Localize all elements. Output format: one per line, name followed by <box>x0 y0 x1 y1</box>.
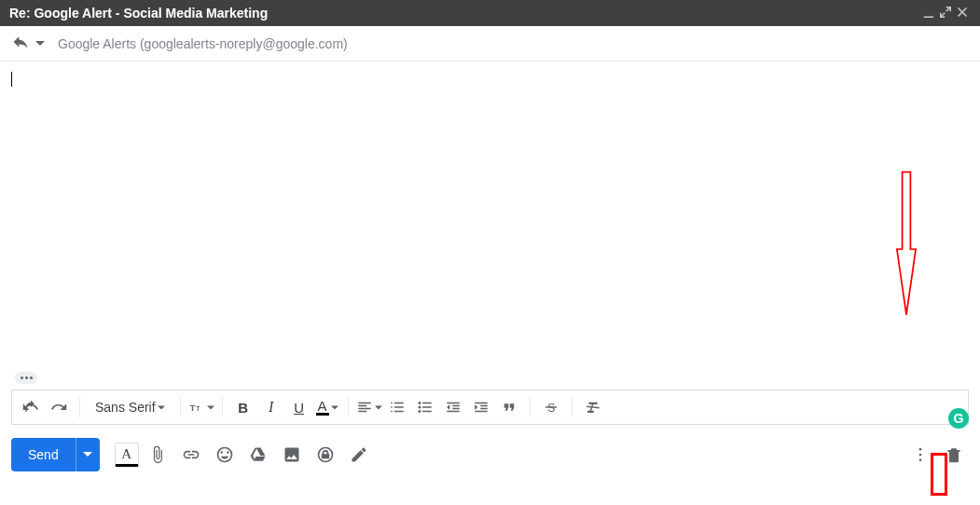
more-options-button[interactable] <box>905 440 935 470</box>
attach-file-button[interactable] <box>143 440 173 470</box>
send-options-button[interactable] <box>76 438 100 471</box>
text-cursor <box>11 72 12 87</box>
svg-point-4 <box>418 406 421 409</box>
recipient-text[interactable]: Google Alerts (googlealerts-noreply@goog… <box>58 36 348 51</box>
discard-draft-button[interactable] <box>939 440 969 470</box>
minimize-icon[interactable] <box>920 4 937 23</box>
action-bar: Send A <box>11 438 969 471</box>
separator <box>180 397 181 417</box>
grammarly-badge[interactable]: G <box>948 408 969 429</box>
numbered-list-button[interactable] <box>384 394 410 420</box>
font-color-button[interactable]: A <box>314 394 340 420</box>
caret-down-icon <box>331 399 338 416</box>
svg-point-5 <box>418 410 421 413</box>
reply-type-caret-icon[interactable] <box>35 35 45 52</box>
strikethrough-button[interactable]: S <box>538 394 564 420</box>
svg-text:S: S <box>547 402 555 415</box>
separator <box>572 397 573 417</box>
separator <box>348 397 349 417</box>
bold-button[interactable]: B <box>230 394 256 420</box>
separator <box>530 397 531 417</box>
italic-button[interactable]: I <box>258 394 284 420</box>
separator <box>79 397 80 417</box>
restore-icon[interactable] <box>937 4 954 23</box>
svg-point-9 <box>919 459 922 462</box>
separator <box>222 397 223 417</box>
align-button[interactable] <box>356 394 382 420</box>
font-size-select[interactable]: TT <box>188 394 214 420</box>
show-trimmed-content-button[interactable] <box>15 372 37 384</box>
send-button[interactable]: Send <box>11 438 76 471</box>
caret-down-icon <box>207 399 214 416</box>
confidential-mode-button[interactable] <box>311 440 340 470</box>
svg-point-3 <box>418 402 421 404</box>
svg-text:T: T <box>189 403 195 413</box>
insert-signature-button[interactable] <box>344 440 374 470</box>
undo-button[interactable] <box>18 394 44 420</box>
indent-less-button[interactable] <box>440 394 466 420</box>
insert-emoji-button[interactable] <box>210 440 240 470</box>
compose-body[interactable] <box>0 61 980 389</box>
svg-text:T: T <box>196 405 200 412</box>
remove-formatting-button[interactable] <box>580 394 606 420</box>
window-title: Re: Google Alert - Social Media Marketin… <box>9 6 920 20</box>
font-family-label: Sans Serif <box>95 400 156 415</box>
formatting-toggle-button[interactable]: A <box>115 443 139 467</box>
caret-down-icon <box>158 400 165 415</box>
underline-button[interactable]: U <box>286 394 312 420</box>
window-titlebar: Re: Google Alert - Social Media Marketin… <box>0 0 980 26</box>
redo-button[interactable] <box>46 394 72 420</box>
insert-drive-button[interactable] <box>243 440 273 470</box>
caret-down-icon <box>375 399 382 416</box>
formatting-toolbar: Sans Serif TT B I U A S <box>11 389 969 425</box>
recipient-row: Google Alerts (googlealerts-noreply@goog… <box>0 26 980 61</box>
svg-point-8 <box>919 454 922 457</box>
send-button-group: Send <box>11 438 100 471</box>
bulleted-list-button[interactable] <box>412 394 438 420</box>
svg-rect-0 <box>924 16 934 18</box>
quote-button[interactable] <box>496 394 522 420</box>
insert-link-button[interactable] <box>176 440 206 470</box>
reply-icon[interactable] <box>11 33 30 55</box>
svg-point-7 <box>919 448 922 451</box>
font-family-select[interactable]: Sans Serif <box>88 394 173 420</box>
indent-more-button[interactable] <box>468 394 494 420</box>
insert-photo-button[interactable] <box>277 440 307 470</box>
close-icon[interactable] <box>954 4 971 23</box>
